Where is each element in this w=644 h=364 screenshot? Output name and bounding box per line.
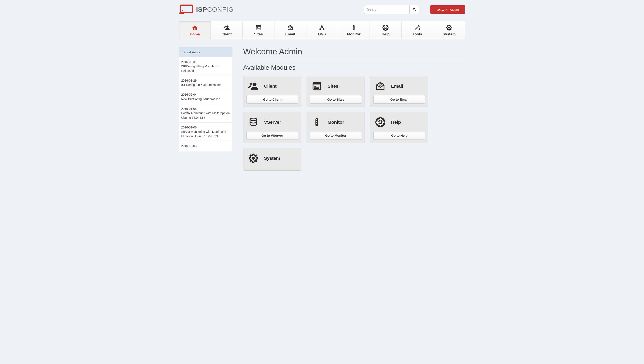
news-date: 2016-01-06 <box>181 125 230 129</box>
news-title: ISPConfig 3.0.5.4p9 released <box>181 83 221 87</box>
home-icon <box>179 24 211 31</box>
nav-help[interactable]: Help <box>370 21 402 39</box>
help-icon <box>375 117 386 128</box>
nav-system[interactable]: System <box>433 21 465 39</box>
module-system: System <box>243 148 302 170</box>
svg-rect-25 <box>182 10 183 11</box>
news-panel: Latest news 2016-03-31ISPConfig Billing … <box>179 47 232 151</box>
monitor-icon <box>311 117 322 128</box>
module-vserver: VServerGo to VServer <box>243 112 302 143</box>
top-nav: HomeClientSitesEmailDNSMonitorHelpToolsS… <box>179 21 465 39</box>
client-icon <box>248 81 259 92</box>
sites-icon <box>311 81 322 92</box>
news-date: 2016-03-31 <box>181 60 230 64</box>
module-help-button[interactable]: Go to Help <box>374 131 426 140</box>
news-item[interactable]: 2016-01-08Postfix Monitoring with Mailgr… <box>179 104 232 123</box>
module-help: HelpGo to Help <box>370 112 428 143</box>
news-title: New ISPConfig issue tracker <box>181 97 220 101</box>
header: ISPCONFIG LOGOUT ADMIN <box>179 4 465 21</box>
nav-monitor[interactable]: Monitor <box>338 21 370 39</box>
search-button[interactable] <box>410 5 419 14</box>
module-email-button[interactable]: Go to Email <box>374 95 426 104</box>
sites-icon <box>242 24 274 31</box>
dns-icon <box>306 24 338 31</box>
nav-label: Sites <box>242 32 274 37</box>
module-monitor-button[interactable]: Go to Monitor <box>310 131 362 140</box>
news-item[interactable]: 2016-01-06Server Monitoring with Munin a… <box>179 123 232 141</box>
logo-icon <box>179 4 194 15</box>
news-item[interactable]: 2016-03-29ISPConfig 3.0.5.4p9 released <box>179 76 232 90</box>
module-sites-button[interactable]: Go to Sites <box>310 95 362 104</box>
logout-button[interactable]: LOGOUT ADMIN <box>430 6 465 14</box>
module-title: Client <box>264 84 276 89</box>
module-title: Help <box>391 120 401 125</box>
news-header: Latest news <box>179 47 232 57</box>
module-email: EmailGo to Email <box>370 76 428 107</box>
logo[interactable]: ISPCONFIG <box>179 4 234 15</box>
help-icon <box>370 24 401 31</box>
module-sites: SitesGo to Sites <box>306 76 365 107</box>
news-item[interactable]: 2015-12-03 <box>179 141 232 151</box>
nav-dns[interactable]: DNS <box>306 21 338 39</box>
page-title: Welcome Admin <box>243 47 465 60</box>
monitor-icon <box>338 24 370 31</box>
svg-rect-24 <box>179 13 184 14</box>
email-icon <box>375 81 386 92</box>
module-title: Monitor <box>328 120 344 125</box>
nav-label: Client <box>211 32 242 37</box>
module-title: Email <box>391 84 403 89</box>
logo-text: ISPCONFIG <box>196 6 234 13</box>
news-date: 2016-03-29 <box>181 78 230 83</box>
sidebar: Latest news 2016-03-31ISPConfig Billing … <box>179 47 232 151</box>
news-item[interactable]: 2016-02-04New ISPConfig issue tracker <box>179 90 232 104</box>
news-title: Server Monitoring with Munin and Monit o… <box>181 130 226 138</box>
nav-email[interactable]: Email <box>274 21 306 39</box>
search-input[interactable] <box>364 5 410 14</box>
module-client: ClientGo to Client <box>243 76 302 107</box>
nav-label: Home <box>179 32 211 37</box>
module-client-button[interactable]: Go to Client <box>246 95 298 104</box>
nav-tools[interactable]: Tools <box>402 21 433 39</box>
tools-icon <box>402 24 433 31</box>
modules-grid: ClientGo to ClientSitesGo to SitesEmailG… <box>243 76 428 170</box>
email-icon <box>274 24 306 31</box>
section-title: Available Modules <box>243 64 465 71</box>
main: Welcome Admin Available Modules ClientGo… <box>243 47 465 170</box>
news-item[interactable]: 2016-03-31ISPConfig Billing Module 1.4 R… <box>179 57 232 76</box>
news-date: 2016-02-04 <box>181 92 230 97</box>
module-title: VServer <box>264 120 281 125</box>
system-icon <box>433 24 465 31</box>
nav-label: System <box>433 32 465 37</box>
nav-label: Help <box>370 32 401 37</box>
module-vserver-button[interactable]: Go to VServer <box>246 131 298 140</box>
nav-home[interactable]: Home <box>179 21 211 39</box>
svg-rect-23 <box>180 5 193 13</box>
system-icon <box>248 153 259 164</box>
nav-sites[interactable]: Sites <box>242 21 274 39</box>
module-title: Sites <box>328 84 338 89</box>
nav-label: Email <box>274 32 306 37</box>
nav-label: Tools <box>402 32 433 37</box>
vserver-icon <box>248 117 259 128</box>
news-date: 2015-12-03 <box>181 144 230 148</box>
client-icon <box>211 24 242 31</box>
module-title: System <box>264 156 280 161</box>
module-monitor: MonitorGo to Monitor <box>306 112 365 143</box>
search-group <box>364 5 419 14</box>
nav-label: Monitor <box>338 32 370 37</box>
news-title: ISPConfig Billing Module 1.4 Released <box>181 65 220 72</box>
news-date: 2016-01-08 <box>181 107 230 111</box>
nav-label: DNS <box>306 32 338 37</box>
nav-client[interactable]: Client <box>211 21 242 39</box>
news-title: Postfix Monitoring with Mailgraph on Ubu… <box>181 111 230 119</box>
search-icon <box>413 8 416 11</box>
